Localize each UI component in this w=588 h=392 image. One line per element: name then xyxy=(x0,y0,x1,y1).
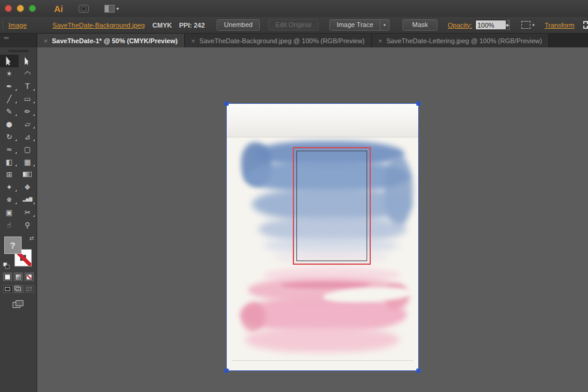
mask-button[interactable]: Mask xyxy=(403,19,437,31)
lasso-tool[interactable]: ◠ xyxy=(19,67,37,80)
opacity-label-link[interactable]: Opacity: xyxy=(448,22,472,29)
eraser-tool[interactable]: ▱ xyxy=(19,118,37,130)
edit-original-button[interactable]: Edit Original xyxy=(268,19,319,31)
chevron-down-icon: ▾ xyxy=(116,6,119,11)
tab-savethedate-lettering[interactable]: × SaveTheDate-Lettering.jpeg @ 100% (RGB… xyxy=(372,34,550,47)
draw-inside-button[interactable] xyxy=(25,285,34,293)
eyedropper-icon: ✦ xyxy=(6,184,12,191)
close-icon[interactable]: × xyxy=(379,37,382,44)
rectangle-icon: ▭ xyxy=(24,95,31,103)
filename-link[interactable]: SaveTheDate-Background.jpeg xyxy=(53,22,145,29)
zoom-icon: ⚲ xyxy=(25,222,30,229)
isolate-selection-icon[interactable] xyxy=(583,21,588,29)
close-icon[interactable]: × xyxy=(44,37,47,44)
pen-tool[interactable]: ✒ xyxy=(0,80,19,92)
document-tab-bar: «« × SaveTheDate-1* @ 50% (CMYK/Preview)… xyxy=(0,34,588,47)
image-anchor-link[interactable]: Image xyxy=(8,22,27,29)
default-fill-stroke-icon[interactable] xyxy=(3,262,10,269)
lasso-icon: ◠ xyxy=(25,70,31,77)
image-trace-dropdown[interactable]: ▾ xyxy=(380,19,389,31)
perspective-grid-tool[interactable]: ▦ xyxy=(19,155,37,168)
gradient-button[interactable] xyxy=(14,273,23,281)
selection-handle[interactable] xyxy=(416,101,421,106)
titlebar: Ai ▾ xyxy=(0,0,588,17)
opacity-input[interactable] xyxy=(475,20,506,30)
direct-selection-tool[interactable] xyxy=(19,55,37,67)
scale-tool[interactable]: ⊿ xyxy=(19,130,37,143)
rectangle-tool[interactable]: ▭ xyxy=(19,92,37,105)
width-tool[interactable]: ≈ xyxy=(0,143,19,155)
slice-tool[interactable]: ✂ xyxy=(19,206,37,219)
blob-brush-tool[interactable]: ● xyxy=(0,118,19,130)
control-bar-grip xyxy=(3,20,4,30)
close-icon[interactable]: × xyxy=(191,37,195,44)
workspace-switcher[interactable]: ▾ xyxy=(104,5,119,13)
bridge-icon xyxy=(79,5,89,13)
zoom-window-button[interactable] xyxy=(29,5,36,12)
eraser-icon: ▱ xyxy=(25,121,30,128)
selection-cursor-icon xyxy=(6,56,12,65)
line-icon: ╱ xyxy=(7,95,11,103)
fill-stroke-indicator: ? ⇄ xyxy=(4,237,33,268)
free-transform-icon: ▢ xyxy=(24,146,31,153)
column-graph-tool[interactable]: ▂▅▇ xyxy=(19,193,37,206)
swap-fill-stroke-icon[interactable]: ⇄ xyxy=(29,235,34,241)
placed-image-savethedate-background[interactable] xyxy=(227,104,418,370)
unembed-button[interactable]: Unembed xyxy=(217,19,260,31)
zoom-tool[interactable]: ⚲ xyxy=(19,219,37,231)
shape-builder-tool[interactable]: ◧ xyxy=(0,155,19,168)
gradient-tool[interactable] xyxy=(19,168,37,181)
symbol-sprayer-tool[interactable]: ✵ xyxy=(0,193,19,206)
color-button[interactable] xyxy=(3,273,12,281)
mesh-tool[interactable]: ⊞ xyxy=(0,168,19,181)
document-canvas[interactable] xyxy=(37,47,588,392)
minimize-window-button[interactable] xyxy=(17,5,24,12)
type-tool[interactable]: T xyxy=(19,80,37,92)
tab-title: SaveTheDate-Lettering.jpeg @ 100% (RGB/P… xyxy=(386,37,542,44)
transform-link[interactable]: Transform xyxy=(545,22,575,29)
panel-drag-grip[interactable] xyxy=(8,50,29,52)
image-trace-button[interactable]: Image Trace xyxy=(329,19,380,31)
close-window-button[interactable] xyxy=(5,5,12,12)
paintbrush-icon: ✎ xyxy=(6,108,12,115)
drawing-mode-buttons xyxy=(0,285,37,293)
eyedropper-tool[interactable]: ✦ xyxy=(0,181,19,193)
rotate-tool[interactable]: ↻ xyxy=(0,130,19,143)
none-button[interactable] xyxy=(25,273,34,281)
free-transform-tool[interactable]: ▢ xyxy=(19,143,37,155)
selection-tool[interactable] xyxy=(0,55,19,67)
magic-wand-tool[interactable]: ✶ xyxy=(0,67,19,80)
opacity-spinner-button[interactable]: ▶ xyxy=(506,20,510,30)
select-similar-button[interactable]: ▾ xyxy=(521,21,535,29)
bridge-button[interactable] xyxy=(79,5,89,13)
artboard-tool[interactable]: ▣ xyxy=(0,206,19,219)
draw-behind-button[interactable] xyxy=(14,285,23,293)
type-icon: T xyxy=(25,83,29,90)
draw-normal-button[interactable] xyxy=(3,285,13,293)
selection-handle[interactable] xyxy=(224,369,229,373)
panel-collapse-button[interactable]: «« xyxy=(0,34,37,47)
color-mode-label: CMYK xyxy=(152,22,172,29)
paintbrush-tool[interactable]: ✎ xyxy=(0,105,19,118)
tab-savethedate-1[interactable]: × SaveTheDate-1* @ 50% (CMYK/Preview) xyxy=(37,34,185,47)
selection-handle[interactable] xyxy=(416,369,421,373)
fill-swatch[interactable]: ? xyxy=(4,237,22,254)
rotate-icon: ↻ xyxy=(6,133,12,140)
blend-icon: ❖ xyxy=(24,184,31,191)
illustrator-logo: Ai xyxy=(54,4,63,14)
control-bar: Image SaveTheDate-Background.jpeg CMYK P… xyxy=(0,17,588,34)
tools-panel: ✶ ◠ ✒ T ╱ ▭ ✎ ✏ ● ▱ ↻ ⊿ ≈ ▢ ◧ ▦ ⊞ ✦ ❖ ✵ xyxy=(0,47,37,392)
tab-title: SaveTheDate-Background.jpeg @ 100% (RGB/… xyxy=(199,37,364,44)
line-segment-tool[interactable]: ╱ xyxy=(0,92,19,105)
scan-paper-edge xyxy=(227,104,418,137)
tab-savethedate-background[interactable]: × SaveTheDate-Background.jpeg @ 100% (RG… xyxy=(185,34,372,47)
selection-handle[interactable] xyxy=(224,101,229,106)
hand-tool[interactable]: ☝ xyxy=(0,219,19,231)
select-similar-icon xyxy=(521,21,530,29)
slice-icon: ✂ xyxy=(25,209,31,216)
black-rectangle-frame xyxy=(296,151,367,261)
screen-mode-button[interactable] xyxy=(13,300,24,309)
width-icon: ≈ xyxy=(6,146,12,153)
blend-tool[interactable]: ❖ xyxy=(19,181,37,193)
pencil-tool[interactable]: ✏ xyxy=(19,105,37,118)
